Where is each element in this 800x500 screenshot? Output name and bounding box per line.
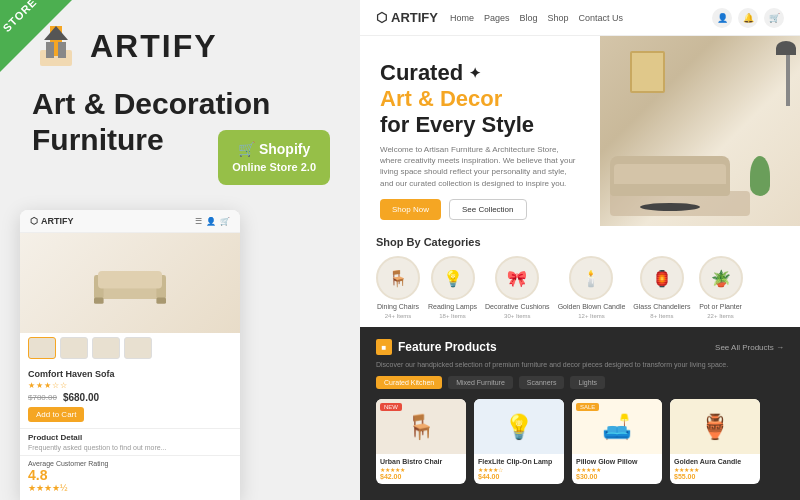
product-price-1: $42.00: [380, 473, 462, 480]
category-pot-planter[interactable]: 🪴 Pot or Planter 22+ Items: [699, 256, 743, 319]
shop-now-button[interactable]: Shop Now: [380, 199, 441, 220]
svg-rect-3: [46, 42, 54, 58]
nav-link-shop[interactable]: Shop: [548, 13, 569, 23]
sale-badge-3: SALE: [576, 403, 599, 411]
rating-value: 4.8: [28, 467, 232, 483]
customer-rating-label: Average Customer Rating: [28, 460, 232, 467]
feature-icon: ■: [376, 339, 392, 355]
plant: [750, 156, 770, 196]
lamp-head: [776, 41, 796, 55]
nav-link-home[interactable]: Home: [450, 13, 474, 23]
category-decorative-cushions[interactable]: 🎀 Decorative Cushions 30+ Items: [485, 256, 550, 319]
svg-marker-1: [44, 26, 68, 40]
cart-icon-button[interactable]: 🛒: [764, 8, 784, 28]
product-name-1: Urban Bistro Chair: [380, 458, 462, 466]
product-name-4: Golden Aura Candle: [674, 458, 756, 466]
filter-curated-kitchen[interactable]: Curated Kitchen: [376, 376, 442, 389]
cat-name-2: Reading Lamps: [428, 303, 477, 310]
filter-mixed-furniture[interactable]: Mixed Furniture: [448, 376, 513, 389]
nav-link-pages[interactable]: Pages: [484, 13, 510, 23]
cat-sub-3: 30+ Items: [504, 313, 531, 319]
product-thumbnails: [20, 333, 240, 363]
see-collection-button[interactable]: See Collection: [449, 199, 527, 220]
picture-frame: [630, 51, 665, 93]
product-card-header: ⬡ARTIFY ☰ 👤 🛒: [20, 210, 240, 233]
hero-every-style: for Every Style: [380, 112, 600, 138]
product-card-candle[interactable]: 🏺 Golden Aura Candle ★★★★★ $55.00: [670, 399, 760, 484]
product-name-3: Pillow Glow Pillow: [576, 458, 658, 466]
categories-section: Shop By Categories 🪑 Dining Chairs 24+ I…: [360, 226, 800, 327]
category-dining-chairs[interactable]: 🪑 Dining Chairs 24+ Items: [376, 256, 420, 319]
hero-image: [600, 36, 800, 226]
filter-scanners[interactable]: Scanners: [519, 376, 565, 389]
svg-rect-10: [156, 297, 166, 303]
hero-curated: Curated ✦: [380, 60, 600, 86]
nav-link-contact[interactable]: Contact Us: [579, 13, 624, 23]
product-detail-label: Product Detail: [28, 433, 232, 442]
product-card-chair[interactable]: 🪑 NEW Urban Bistro Chair ★★★★★ $42.00: [376, 399, 466, 484]
thumb-3[interactable]: [92, 337, 120, 359]
svg-rect-8: [98, 271, 162, 289]
products-row: 🪑 NEW Urban Bistro Chair ★★★★★ $42.00 💡 …: [376, 399, 784, 484]
cat-name-3: Decorative Cushions: [485, 303, 550, 310]
product-detail-section: Product Detail Frequently asked question…: [20, 428, 240, 455]
sofa-seat: [614, 164, 726, 184]
category-circle-1[interactable]: 🪑: [376, 256, 420, 300]
product-card-pillow[interactable]: 🛋️ SALE Pillow Glow Pillow ★★★★★ $30.00: [572, 399, 662, 484]
hero-text: Curated ✦ Art & Decor for Every Style We…: [380, 60, 600, 220]
product-img-1: 🪑 NEW: [376, 399, 466, 454]
hero-section: Curated ✦ Art & Decor for Every Style We…: [360, 36, 800, 226]
category-circle-2[interactable]: 💡: [431, 256, 475, 300]
category-reading-lamps[interactable]: 💡 Reading Lamps 18+ Items: [428, 256, 477, 319]
product-info-1: Urban Bistro Chair ★★★★★ $42.00: [376, 454, 466, 484]
product-price-3: $30.00: [576, 473, 658, 480]
product-main-image: [20, 233, 240, 333]
product-img-2: 💡: [474, 399, 564, 454]
product-icon-4: 🏺: [700, 413, 730, 441]
product-stars-2: ★★★★☆: [478, 466, 560, 473]
feature-products-section: ■ Feature Products See All Products → Di…: [360, 327, 800, 500]
category-circle-6[interactable]: 🪴: [699, 256, 743, 300]
cat-sub-4: 12+ Items: [578, 313, 605, 319]
add-to-cart-button[interactable]: Add to Cart: [28, 407, 84, 422]
product-price-2: $44.00: [478, 473, 560, 480]
category-golden-candle[interactable]: 🕯️ Golden Blown Candle 12+ Items: [558, 256, 626, 319]
filter-tabs: Curated Kitchen Mixed Furniture Scanners…: [376, 376, 784, 389]
hero-star-icon: ✦: [469, 65, 481, 81]
filter-lights[interactable]: Lights: [570, 376, 605, 389]
svg-rect-9: [94, 297, 104, 303]
right-panel: ⬡ ARTIFY Home Pages Blog Shop Contact Us…: [360, 0, 800, 500]
nav-link-blog[interactable]: Blog: [520, 13, 538, 23]
thumb-1[interactable]: [28, 337, 56, 359]
notification-icon-button[interactable]: 🔔: [738, 8, 758, 28]
product-img-3: 🛋️ SALE: [572, 399, 662, 454]
cat-name-4: Golden Blown Candle: [558, 303, 626, 310]
cat-name-1: Dining Chairs: [377, 303, 419, 310]
stars: ★ ★ ★ ☆ ☆: [28, 381, 232, 390]
thumb-2[interactable]: [60, 337, 88, 359]
category-circle-3[interactable]: 🎀: [495, 256, 539, 300]
product-card-lamp[interactable]: 💡 FlexLite Clip-On Lamp ★★★★☆ $44.00: [474, 399, 564, 484]
product-card-preview: ⬡ARTIFY ☰ 👤 🛒: [20, 210, 240, 500]
product-icon-3: 🛋️: [602, 413, 632, 441]
nav-links: Home Pages Blog Shop Contact Us: [450, 13, 700, 23]
tagline-line1: Art & Decoration: [32, 86, 340, 122]
cat-sub-6: 22+ Items: [707, 313, 734, 319]
coffee-table: [640, 203, 700, 211]
category-circle-5[interactable]: 🏮: [640, 256, 684, 300]
product-stars-1: ★★★★★: [380, 466, 462, 473]
thumb-4[interactable]: [124, 337, 152, 359]
shopify-badge: 🛒 Shopify Online Store 2.0: [218, 130, 330, 185]
user-icon-button[interactable]: 👤: [712, 8, 732, 28]
mini-logo: ⬡ARTIFY: [30, 216, 74, 226]
categories-title: Shop By Categories: [376, 236, 784, 248]
original-price: $780.00: [28, 393, 57, 402]
category-glass-chandeliers[interactable]: 🏮 Glass Chandeliers 8+ Items: [633, 256, 690, 319]
rating-section: Average Customer Rating 4.8 ★★★★½: [20, 455, 240, 497]
product-info-3: Pillow Glow Pillow ★★★★★ $30.00: [572, 454, 662, 484]
product-title: Comfort Haven Sofa: [28, 369, 232, 379]
category-circle-4[interactable]: 🕯️: [569, 256, 613, 300]
svg-rect-2: [40, 50, 72, 66]
see-all-button[interactable]: See All Products →: [715, 343, 784, 352]
lamp-pole: [786, 46, 790, 106]
